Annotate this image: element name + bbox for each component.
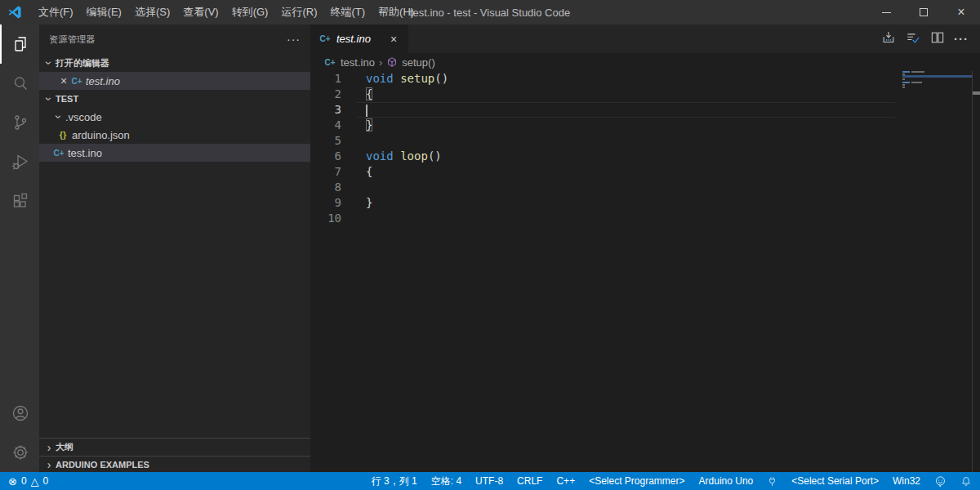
menu-go[interactable]: 转到(G) [225,0,275,24]
tree-file-arduino-json[interactable]: {} arduino.json [39,126,310,144]
code-editor[interactable]: 1void setup()2{34}56void loop()7{89}10 [310,71,980,472]
editor-more-actions-button[interactable]: ··· [954,32,969,46]
code-line[interactable]: 6void loop() [310,149,980,164]
line-content: } [357,195,895,211]
menu-edit[interactable]: 编辑(E) [80,0,128,24]
close-editor-icon[interactable]: × [57,74,70,87]
code-line[interactable]: 8 [310,180,980,195]
error-count: 0 [21,475,27,487]
menu-help[interactable]: 帮助(H) [372,0,421,24]
text-cursor [366,105,368,117]
chevron-right-icon: › [42,458,56,471]
activity-source-control-button[interactable] [0,103,39,142]
account-icon [11,403,30,423]
menu-view[interactable]: 查看(V) [176,0,225,24]
line-number: 6 [310,149,341,164]
activity-settings-button[interactable] [0,433,39,472]
indentation-indicator[interactable]: 空格: 4 [431,474,461,488]
board-selector-button[interactable]: Arduino Uno [699,475,754,487]
gear-icon [11,443,30,462]
line-content: { [357,164,895,180]
breadcrumb-symbol[interactable]: setup() [402,56,434,69]
problems-indicator[interactable]: ⊗ 0 △ 0 [8,475,48,488]
select-programmer-button[interactable]: <Select Programmer> [589,475,684,487]
code-line[interactable]: 10 [310,211,980,226]
language-mode-indicator[interactable]: C++ [556,475,575,487]
chevron-down-icon: › [42,92,56,105]
error-icon: ⊗ [8,475,17,488]
activity-search-button[interactable] [0,64,39,103]
cpp-file-icon: C+ [70,77,83,86]
line-number: 9 [310,195,341,211]
plug-icon[interactable] [767,475,777,488]
line-number: 10 [310,211,341,226]
git-branch-icon [11,113,30,132]
code-line[interactable]: 7{ [310,164,980,180]
vscode-logo-icon [7,5,22,20]
line-number: 5 [310,133,341,149]
code-line[interactable]: 9} [310,195,980,211]
arduino-verify-button[interactable] [905,29,921,49]
cpp-file-icon: C+ [323,58,336,67]
code-line[interactable]: 4} [310,118,980,133]
activity-bar [0,24,39,472]
overview-cursor-marker [973,91,980,95]
tree-file-test-ino[interactable]: C+ test.ino [39,144,310,162]
minimize-button[interactable] [867,0,905,24]
editor-group: C+ test.ino × [310,24,980,472]
vscode-window: 文件(F) 编辑(E) 选择(S) 查看(V) 转到(G) 运行(R) 终端(T… [0,0,980,490]
notifications-bell-icon[interactable] [960,475,972,488]
line-content: { [357,87,895,102]
line-content [357,102,895,118]
warning-icon: △ [31,475,39,488]
menu-terminal[interactable]: 终端(T) [323,0,372,24]
split-editor-button[interactable] [929,29,946,49]
activity-account-button[interactable] [0,394,39,433]
code-lines: 1void setup()2{34}56void loop()7{89}10 [310,71,980,226]
line-number: 4 [310,118,341,133]
menu-file[interactable]: 文件(F) [32,0,80,24]
tab-bar: C+ test.ino × [310,24,980,53]
code-line[interactable]: 1void setup() [310,71,980,87]
close-window-button[interactable]: × [942,0,980,24]
status-bar: ⊗ 0 △ 0 行 3，列 1 空格: 4 UTF-8 CRLF C++ <Se… [0,472,980,490]
search-icon [11,74,30,93]
platform-indicator[interactable]: Win32 [893,475,920,487]
line-number: 3 [310,102,341,118]
encoding-indicator[interactable]: UTF-8 [475,475,503,487]
arduino-upload-button[interactable] [880,29,897,49]
tab-test-ino[interactable]: C+ test.ino × [310,24,408,53]
files-icon [11,34,30,54]
minimap[interactable] [902,71,972,96]
menu-run[interactable]: 运行(R) [274,0,323,24]
activity-extensions-button[interactable] [0,181,39,220]
code-line[interactable]: 2{ [310,87,980,102]
breadcrumb-file[interactable]: test.ino [341,56,375,69]
code-line[interactable]: 5 [310,133,980,149]
window-controls: × [867,0,980,24]
debug-icon [11,152,30,172]
cursor-position-indicator[interactable]: 行 3，列 1 [372,474,417,488]
select-serial-port-button[interactable]: <Select Serial Port> [791,475,879,487]
sidebar-more-actions-button[interactable]: ··· [287,33,301,46]
overview-ruler[interactable] [972,71,980,472]
chevron-down-icon: › [42,56,56,69]
activity-explorer-button[interactable] [0,24,39,64]
line-number: 1 [310,71,341,87]
close-tab-icon[interactable]: × [387,33,400,46]
eol-indicator[interactable]: CRLF [517,475,542,487]
arduino-examples-section-header[interactable]: › ARDUINO EXAMPLES [39,456,310,472]
code-line[interactable]: 3 [310,102,980,118]
tree-root-test[interactable]: › TEST [39,90,310,108]
outline-section-header[interactable]: › 大纲 [39,438,310,456]
chevron-right-icon: › [42,441,56,454]
menu-selection[interactable]: 选择(S) [128,0,176,24]
open-editors-section-header[interactable]: › 打开的编辑器 [39,54,310,72]
maximize-button[interactable] [905,0,942,24]
sidebar-empty-area [39,162,310,438]
breadcrumb-separator-icon: › [379,56,382,69]
open-editor-item-test-ino[interactable]: × C+ test.ino [39,72,310,90]
activity-run-debug-button[interactable] [0,142,39,181]
tree-folder-vscode[interactable]: › .vscode [39,108,310,126]
feedback-smiley-icon[interactable] [934,475,947,488]
